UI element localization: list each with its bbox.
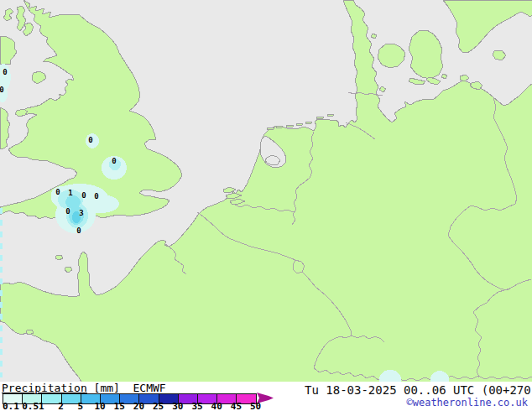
precip-amount-label: 0 xyxy=(81,192,86,200)
copyright-notice: ©weatheronline.co.uk xyxy=(407,397,529,408)
legend-title: Precipitation [mm] ECMWF xyxy=(2,382,166,394)
weather-map: 00000100030 xyxy=(0,0,532,382)
forecast-datetime: Tu 18-03-2025 00..06 UTC (00+270) xyxy=(305,383,532,397)
colorbar-tick: 15 xyxy=(114,403,125,411)
precip-amount-label: 0 xyxy=(76,227,81,235)
colorbar-tick: 40 xyxy=(211,403,222,411)
edge-precip-strip xyxy=(0,208,3,377)
colorbar-tick: 2 xyxy=(58,403,64,411)
colorbar-tick: 10 xyxy=(94,403,105,411)
colorbar-tick: 30 xyxy=(172,403,183,411)
precip-amount-label: 0 xyxy=(88,137,92,144)
map-canvas xyxy=(0,0,532,382)
legend-units: [mm] xyxy=(94,382,120,394)
colorbar-tick: 45 xyxy=(231,403,242,411)
colorbar-tick: 1 xyxy=(39,403,44,411)
colorbar-tick: 50 xyxy=(250,403,261,411)
precip-amount-label: 0 xyxy=(0,86,4,94)
precip-amount-label: 0 xyxy=(94,193,98,200)
precip-amount-label: 3 xyxy=(79,210,83,217)
precip-amount-label: 0 xyxy=(65,208,70,216)
precip-amount-label: 0 xyxy=(55,189,60,196)
precip-amount-label: 0 xyxy=(112,158,116,165)
colorbar-tick: 25 xyxy=(153,403,164,411)
legend-parameter: Precipitation xyxy=(2,382,87,394)
colorbar-tick-labels: 0.10.5125101520253035404550 xyxy=(3,403,279,411)
legend-bar: Precipitation [mm] ECMWF 0.10.5125101520… xyxy=(0,382,532,411)
colorbar-tick: 35 xyxy=(191,403,202,411)
colorbar-tick: 0.5 xyxy=(22,403,39,411)
colorbar-tick: 5 xyxy=(77,403,83,411)
colorbar-tick: 0.1 xyxy=(3,403,19,411)
weather-map-page: 00000100030 Precipitation [mm] ECMWF 0.1… xyxy=(0,0,532,411)
legend-model: ECMWF xyxy=(133,382,166,394)
colorbar-tick: 20 xyxy=(133,403,144,411)
precip-amount-label: 1 xyxy=(68,190,72,197)
precip-amount-label: 0 xyxy=(3,69,7,76)
